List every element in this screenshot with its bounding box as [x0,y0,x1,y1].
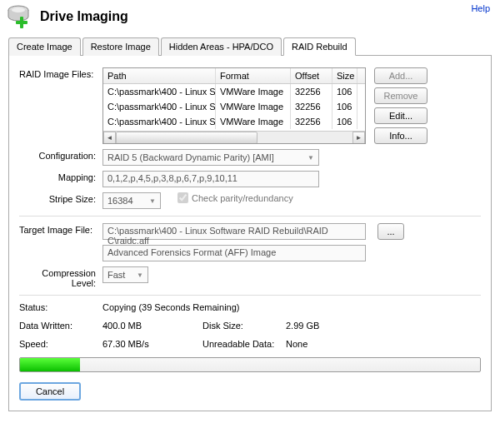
disk-size-label: Disk Size: [202,321,286,331]
drive-imaging-icon [7,3,33,30]
tab-raid-rebuild[interactable]: RAID Rebuild [283,37,356,56]
edit-button[interactable]: Edit... [374,107,428,124]
config-value: RAID 5 (Backward Dynamic Parity) [AMI] [108,152,274,162]
config-label: Configuration: [19,149,102,161]
comp-label: Compression Level: [19,266,102,288]
svg-point-1 [12,7,25,12]
chevron-down-icon: ▼ [137,271,143,279]
cell-size: 106 [332,84,358,99]
config-dropdown[interactable]: RAID 5 (Backward Dynamic Parity) [AMI] ▼ [102,149,319,166]
progress-bar [19,357,481,372]
data-written-value: 400.0 MB [102,321,202,331]
table-row[interactable]: C:\passmark\400 - Linux So...VMWare Imag… [103,84,365,99]
data-written-label: Data Written: [19,321,102,331]
separator [19,216,481,217]
panel: RAID Image Files: Path Format Offset Siz… [8,56,492,411]
add-button[interactable]: Add... [374,67,428,84]
target-type-field: Advanced Forensics Format (AFF) Image [102,245,366,261]
stripe-value: 16384 [108,196,133,206]
separator [19,295,481,296]
cell-offset: 32256 [291,84,332,99]
browse-button[interactable]: ... [378,223,404,240]
page-title: Drive Imaging [40,9,128,24]
progress-fill [20,358,80,371]
help-link[interactable]: Help [471,3,490,13]
horizontal-scrollbar[interactable]: ◄ ► [103,131,365,143]
cell-format: VMWare Image [216,84,291,99]
table-header: Path Format Offset Size [103,68,365,84]
remove-button[interactable]: Remove [374,87,428,104]
speed-label: Speed: [19,339,102,349]
compression-dropdown[interactable]: Fast ▼ [102,266,148,283]
scroll-left-button[interactable]: ◄ [103,132,116,144]
stripe-label: Stripe Size: [19,192,102,204]
scroll-right-button[interactable]: ► [352,132,365,144]
chevron-down-icon: ▼ [308,154,314,162]
cell-size: 106 [332,114,358,129]
tabs: Create Image Restore Image Hidden Areas … [8,37,492,56]
mapping-field[interactable]: 0,1,2,p,4,5,p,3,8,p,6,7,p,9,10,11 [102,171,319,187]
speed-value: 67.30 MB/s [102,339,202,349]
unreadable-value: None [286,339,402,349]
comp-value: Fast [108,270,125,280]
disk-size-value: 2.99 GB [286,321,402,331]
cell-size: 106 [332,99,358,114]
status-value: Copying (39 Seconds Remaining) [102,302,402,312]
cell-offset: 32256 [291,99,332,114]
target-label: Target Image File: [19,223,102,235]
unreadable-label: Unreadable Data: [202,339,286,349]
col-offset[interactable]: Offset [291,68,332,83]
cell-format: VMWare Image [216,99,291,114]
cell-format: VMWare Image [216,114,291,129]
info-button[interactable]: Info... [374,127,428,144]
cell-offset: 32256 [291,114,332,129]
cell-path: C:\passmark\400 - Linux So... [103,114,216,129]
scroll-track[interactable] [116,132,352,144]
raid-files-table[interactable]: Path Format Offset Size C:\passmark\400 … [102,67,366,144]
tab-restore-image[interactable]: Restore Image [82,37,159,56]
check-parity-input[interactable] [178,192,188,203]
check-parity-checkbox[interactable]: Check parity/redundancy [178,192,293,203]
chevron-down-icon: ▼ [149,197,156,205]
svg-rect-3 [16,21,28,24]
col-format[interactable]: Format [216,68,291,83]
raid-files-label: RAID Image Files: [19,67,102,79]
col-size[interactable]: Size [332,68,358,83]
tab-hidden-areas[interactable]: Hidden Areas - HPA/DCO [161,37,282,56]
cancel-button[interactable]: Cancel [19,382,81,401]
table-row[interactable]: C:\passmark\400 - Linux So...VMWare Imag… [103,114,365,129]
scroll-thumb[interactable] [116,132,258,144]
target-path-field[interactable]: C:\passmark\400 - Linux Software RAID Re… [102,223,366,240]
mapping-label: Mapping: [19,171,102,182]
stripe-dropdown[interactable]: 16384 ▼ [102,192,161,209]
col-path[interactable]: Path [103,68,216,83]
cell-path: C:\passmark\400 - Linux So... [103,84,216,99]
tab-create-image[interactable]: Create Image [8,37,81,56]
check-parity-label: Check parity/redundancy [192,193,293,203]
table-row[interactable]: C:\passmark\400 - Linux So...VMWare Imag… [103,99,365,114]
status-label: Status: [19,302,102,312]
header: Drive Imaging Help [0,0,500,37]
cell-path: C:\passmark\400 - Linux So... [103,99,216,114]
